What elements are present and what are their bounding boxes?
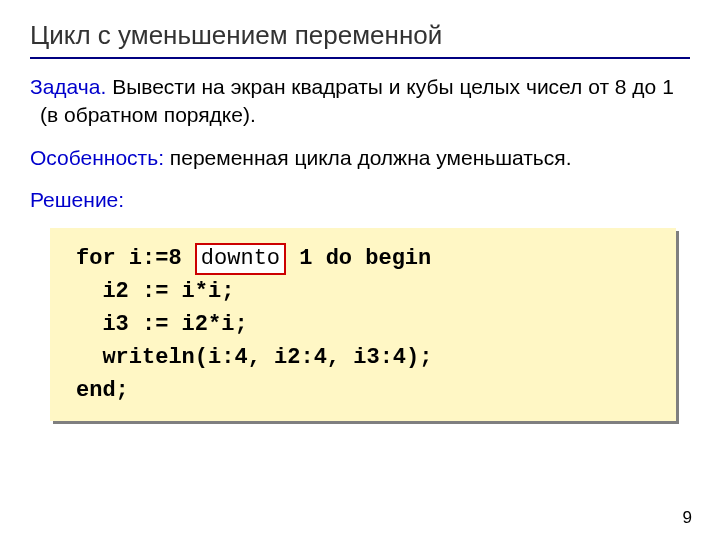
- code-line-1a: for i:=8: [76, 246, 195, 271]
- code-line-1b: 1 do begin: [286, 246, 431, 271]
- task-label: Задача.: [30, 75, 106, 98]
- code-line-2: i2 := i*i;: [76, 279, 234, 304]
- downto-keyword: downto: [195, 243, 286, 275]
- feature-label: Особенность:: [30, 146, 164, 169]
- slide: Цикл с уменьшением переменной Задача. Вы…: [0, 0, 720, 540]
- solution-label-paragraph: Решение:: [30, 186, 690, 214]
- slide-title: Цикл с уменьшением переменной: [30, 20, 690, 51]
- code-line-5: end;: [76, 378, 129, 403]
- code-line-4: writeln(i:4, i2:4, i3:4);: [76, 345, 432, 370]
- page-number: 9: [683, 508, 692, 528]
- feature-paragraph: Особенность: переменная цикла должна уме…: [30, 144, 690, 172]
- code-line-3: i3 := i2*i;: [76, 312, 248, 337]
- task-paragraph: Задача. Вывести на экран квадраты и кубы…: [30, 73, 690, 130]
- title-underline: [30, 57, 690, 59]
- slide-body: Задача. Вывести на экран квадраты и кубы…: [30, 73, 690, 421]
- solution-label: Решение:: [30, 188, 124, 211]
- code-block: for i:=8 downto 1 do begin i2 := i*i; i3…: [50, 228, 676, 421]
- task-text: Вывести на экран квадраты и кубы целых ч…: [40, 75, 674, 126]
- feature-text: переменная цикла должна уменьшаться.: [164, 146, 572, 169]
